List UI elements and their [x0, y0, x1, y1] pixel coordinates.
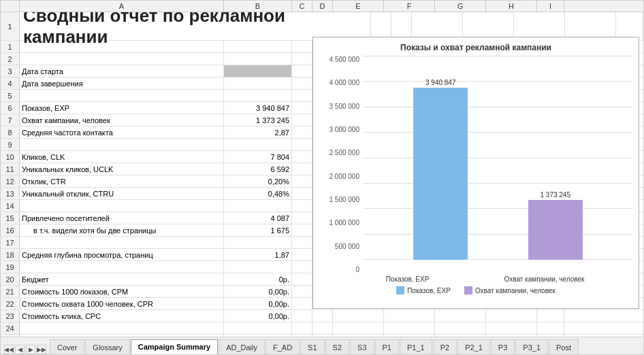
tab-p3[interactable]: P3 — [491, 339, 515, 354]
cell-c-22[interactable] — [292, 298, 312, 309]
cell-c-20[interactable] — [292, 273, 312, 285]
cell-c-23[interactable] — [292, 310, 312, 322]
cell-a-8[interactable]: Средняя частота контакта — [20, 126, 224, 138]
cell-b-13[interactable]: 0,48% — [224, 188, 292, 199]
tab-cover[interactable]: Cover — [50, 339, 84, 354]
tab-s3[interactable]: S3 — [350, 339, 374, 354]
cell-a-25[interactable]: Стоимость привлечения посетителя, CPV — [20, 335, 224, 337]
cell-b-25[interactable]: 0,00р. — [224, 335, 292, 337]
cell-b-2[interactable] — [224, 53, 292, 65]
cell-b-3[interactable] — [224, 65, 292, 77]
cell-d-24[interactable] — [312, 322, 333, 334]
cell-i-24[interactable] — [537, 322, 564, 334]
cell-a-7[interactable]: Охват кампании, человек — [20, 114, 224, 126]
cell-c-12[interactable] — [292, 175, 312, 187]
tab-glossary[interactable]: Glossary — [85, 339, 129, 354]
cell-a-23[interactable]: Стоимость клика, CPC — [20, 310, 224, 322]
cell-b-9[interactable] — [224, 139, 292, 150]
cell-d-23[interactable] — [312, 310, 333, 322]
cell-a-16[interactable]: в т.ч. видели хотя бы две страницы — [20, 224, 224, 236]
cell-a-12[interactable]: Отклик, CTR — [20, 175, 224, 187]
cell-h-25[interactable] — [486, 335, 537, 337]
cell-c-25[interactable] — [292, 335, 312, 337]
cell-i-23[interactable] — [537, 310, 564, 322]
cell-a-3[interactable]: Дата старта — [20, 65, 224, 77]
cell-e-25[interactable] — [333, 335, 384, 337]
cell-a-13[interactable]: Уникальный отклик, CTRU — [20, 188, 224, 199]
cell-a-22[interactable]: Стоимость охвата 1000 человек, CPR — [20, 298, 224, 309]
cell-b-22[interactable]: 0,00р. — [224, 298, 292, 309]
cell-c-21[interactable] — [292, 286, 312, 297]
cell-a-4[interactable]: Дата завершения — [20, 78, 224, 89]
cell-g-25[interactable] — [435, 335, 486, 337]
cell-b-18[interactable]: 1,87 — [224, 249, 292, 260]
cell-a-17[interactable] — [20, 237, 224, 248]
cell-c-13[interactable] — [292, 188, 312, 199]
tab-nav-next[interactable]: ▶ — [26, 345, 35, 354]
cell-c-24[interactable] — [292, 322, 312, 334]
cell-b-16[interactable]: 1 675 — [224, 224, 292, 236]
cell-c-17[interactable] — [292, 237, 312, 248]
cell-a-21[interactable]: Стоимость 1000 показов, CPM — [20, 286, 224, 297]
tab-campaign-summary[interactable]: Campaign Summary — [131, 339, 218, 354]
cell-g-24[interactable] — [435, 322, 486, 334]
cell-c-3[interactable] — [292, 65, 312, 77]
cell-f-24[interactable] — [384, 322, 435, 334]
cell-c-14[interactable] — [292, 200, 312, 212]
cell-c-4[interactable] — [292, 78, 312, 89]
cell-c-7[interactable] — [292, 114, 312, 126]
cell-f1[interactable] — [463, 12, 514, 40]
cell-a-6[interactable]: Показов, EXP — [20, 102, 224, 114]
cell-b-15[interactable]: 4 087 — [224, 212, 292, 224]
cell-a-2[interactable] — [20, 53, 224, 65]
cell-a-10[interactable]: Кликов, CLK — [20, 151, 224, 163]
cell-c-2[interactable] — [292, 53, 312, 65]
cell-b-10[interactable]: 7 804 — [224, 151, 292, 163]
cell-f-23[interactable] — [384, 310, 435, 322]
tab-post[interactable]: Post — [549, 339, 579, 354]
tab-p2[interactable]: P2 — [433, 339, 457, 354]
tab-s1[interactable]: S1 — [300, 339, 324, 354]
cell-a-19[interactable] — [20, 261, 224, 273]
cell-a-24[interactable] — [20, 322, 224, 334]
cell-c-8[interactable] — [292, 126, 312, 138]
cell-b-12[interactable]: 0,20% — [224, 175, 292, 187]
cell-c-6[interactable] — [292, 102, 312, 114]
cell-a-14[interactable] — [20, 200, 224, 212]
cell-h-23[interactable] — [486, 310, 537, 322]
cell-e1[interactable] — [412, 12, 463, 40]
cell-d1[interactable] — [391, 12, 412, 40]
cell-h1[interactable] — [565, 12, 616, 40]
cell-b1[interactable] — [303, 12, 371, 40]
tab-nav-last[interactable]: ▶▶ — [37, 345, 46, 354]
cell-c-19[interactable] — [292, 261, 312, 273]
cell-b-14[interactable] — [224, 200, 292, 212]
cell-f-25[interactable] — [384, 335, 435, 337]
cell-b-5[interactable] — [224, 90, 292, 101]
cell-b-24[interactable] — [224, 322, 292, 334]
cell-b-21[interactable]: 0,00р. — [224, 286, 292, 297]
tab-f_ad[interactable]: F_AD — [265, 339, 300, 354]
tab-p3_1[interactable]: P3_1 — [515, 339, 548, 354]
cell-a-1[interactable] — [20, 41, 224, 52]
cell-b-8[interactable]: 2,87 — [224, 126, 292, 138]
tab-ad_daily[interactable]: AD_Daily — [219, 339, 265, 354]
cell-i1[interactable] — [616, 12, 643, 40]
cell-g-23[interactable] — [435, 310, 486, 322]
cell-d-25[interactable] — [312, 335, 333, 337]
cell-b-11[interactable]: 6 592 — [224, 163, 292, 175]
cell-g1[interactable] — [514, 12, 565, 40]
tab-s2[interactable]: S2 — [325, 339, 349, 354]
cell-b-17[interactable] — [224, 237, 292, 248]
cell-a-15[interactable]: Привлечено посетителей — [20, 212, 224, 224]
tab-p1_1[interactable]: P1_1 — [400, 339, 432, 354]
cell-c-1[interactable] — [292, 41, 312, 52]
cell-b-7[interactable]: 1 373 245 — [224, 114, 292, 126]
cell-e-24[interactable] — [333, 322, 384, 334]
cell-a-11[interactable]: Уникальных кликов, UCLK — [20, 163, 224, 175]
cell-a-18[interactable]: Средняя глубина просмотра, страниц — [20, 249, 224, 260]
cell-b-6[interactable]: 3 940 847 — [224, 102, 292, 114]
cell-b-20[interactable]: 0р. — [224, 273, 292, 285]
cell-i-25[interactable] — [537, 335, 564, 337]
tab-p1[interactable]: P1 — [375, 339, 399, 354]
